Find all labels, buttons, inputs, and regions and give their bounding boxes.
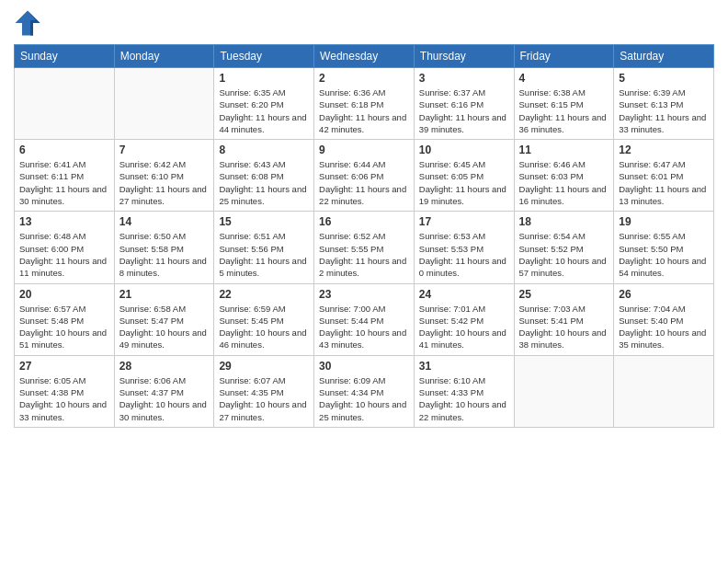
day-info: Sunrise: 6:36 AMSunset: 6:18 PMDaylight:… (319, 86, 409, 135)
calendar-cell (514, 355, 614, 427)
calendar-week-5: 27Sunrise: 6:05 AMSunset: 4:38 PMDayligh… (15, 355, 714, 427)
day-number: 26 (619, 288, 709, 301)
day-info: Sunrise: 7:04 AMSunset: 5:40 PMDaylight:… (619, 303, 709, 351)
calendar-cell (15, 68, 115, 140)
day-info: Sunrise: 6:39 AMSunset: 6:13 PMDaylight:… (619, 86, 709, 135)
day-info: Sunrise: 7:03 AMSunset: 5:41 PMDaylight:… (519, 303, 609, 351)
day-info: Sunrise: 6:10 AMSunset: 4:33 PMDaylight:… (419, 374, 509, 423)
day-number: 3 (419, 72, 509, 85)
calendar-week-2: 6Sunrise: 6:41 AMSunset: 6:11 PMDaylight… (15, 140, 714, 212)
calendar-cell: 11Sunrise: 6:46 AMSunset: 6:03 PMDayligh… (514, 140, 614, 212)
calendar-header-saturday: Saturday (614, 45, 714, 68)
day-info: Sunrise: 6:09 AMSunset: 4:34 PMDaylight:… (319, 374, 409, 423)
calendar-cell: 27Sunrise: 6:05 AMSunset: 4:38 PMDayligh… (15, 355, 115, 427)
day-number: 12 (619, 144, 709, 156)
day-info: Sunrise: 7:01 AMSunset: 5:42 PMDaylight:… (419, 303, 509, 351)
day-info: Sunrise: 6:48 AMSunset: 6:00 PMDaylight:… (19, 230, 109, 279)
logo-area (14, 9, 45, 37)
day-number: 2 (319, 72, 409, 85)
day-info: Sunrise: 6:51 AMSunset: 5:56 PMDaylight:… (219, 230, 309, 279)
day-number: 23 (319, 288, 409, 301)
calendar-cell (114, 68, 214, 140)
day-info: Sunrise: 6:37 AMSunset: 6:16 PMDaylight:… (419, 86, 509, 135)
day-info: Sunrise: 6:35 AMSunset: 6:20 PMDaylight:… (219, 86, 309, 135)
header (14, 9, 714, 37)
calendar-cell: 18Sunrise: 6:54 AMSunset: 5:52 PMDayligh… (514, 212, 614, 283)
calendar-header-wednesday: Wednesday (314, 45, 415, 68)
day-info: Sunrise: 6:46 AMSunset: 6:03 PMDaylight:… (519, 158, 609, 207)
logo-icon (14, 9, 41, 37)
day-number: 10 (419, 144, 509, 156)
day-number: 30 (319, 360, 409, 373)
day-info: Sunrise: 6:50 AMSunset: 5:58 PMDaylight:… (119, 230, 210, 279)
day-info: Sunrise: 7:00 AMSunset: 5:44 PMDaylight:… (319, 303, 409, 351)
calendar-cell: 29Sunrise: 6:07 AMSunset: 4:35 PMDayligh… (214, 355, 314, 427)
day-info: Sunrise: 6:55 AMSunset: 5:50 PMDaylight:… (619, 230, 709, 279)
calendar-cell: 20Sunrise: 6:57 AMSunset: 5:48 PMDayligh… (15, 283, 115, 355)
day-number: 8 (219, 144, 309, 156)
day-info: Sunrise: 6:59 AMSunset: 5:45 PMDaylight:… (219, 303, 309, 351)
calendar-cell: 21Sunrise: 6:58 AMSunset: 5:47 PMDayligh… (114, 283, 214, 355)
calendar-header-monday: Monday (114, 45, 214, 68)
day-info: Sunrise: 6:42 AMSunset: 6:10 PMDaylight:… (119, 158, 210, 207)
calendar-cell: 10Sunrise: 6:45 AMSunset: 6:05 PMDayligh… (414, 140, 514, 212)
calendar-header-tuesday: Tuesday (214, 45, 314, 68)
calendar-cell: 1Sunrise: 6:35 AMSunset: 6:20 PMDaylight… (214, 68, 314, 140)
calendar-cell: 8Sunrise: 6:43 AMSunset: 6:08 PMDaylight… (214, 140, 314, 212)
day-number: 27 (19, 360, 109, 373)
calendar-cell: 16Sunrise: 6:52 AMSunset: 5:55 PMDayligh… (314, 212, 415, 283)
calendar-header-row: SundayMondayTuesdayWednesdayThursdayFrid… (15, 45, 714, 68)
day-number: 22 (219, 288, 309, 301)
day-number: 18 (519, 215, 609, 228)
calendar-cell: 17Sunrise: 6:53 AMSunset: 5:53 PMDayligh… (414, 212, 514, 283)
day-number: 16 (319, 215, 409, 228)
calendar-cell: 24Sunrise: 7:01 AMSunset: 5:42 PMDayligh… (414, 283, 514, 355)
day-info: Sunrise: 6:41 AMSunset: 6:11 PMDaylight:… (19, 158, 109, 207)
page: SundayMondayTuesdayWednesdayThursdayFrid… (0, 0, 728, 563)
day-number: 13 (19, 215, 109, 228)
day-number: 20 (19, 288, 109, 301)
day-info: Sunrise: 6:54 AMSunset: 5:52 PMDaylight:… (519, 230, 609, 279)
day-number: 5 (619, 72, 709, 85)
day-info: Sunrise: 6:06 AMSunset: 4:37 PMDaylight:… (119, 374, 210, 423)
day-number: 11 (519, 144, 609, 156)
calendar-cell: 19Sunrise: 6:55 AMSunset: 5:50 PMDayligh… (614, 212, 714, 283)
calendar-cell: 7Sunrise: 6:42 AMSunset: 6:10 PMDaylight… (114, 140, 214, 212)
day-number: 25 (519, 288, 609, 301)
day-number: 24 (419, 288, 509, 301)
day-info: Sunrise: 6:53 AMSunset: 5:53 PMDaylight:… (419, 230, 509, 279)
day-number: 28 (119, 360, 210, 373)
calendar-cell: 3Sunrise: 6:37 AMSunset: 6:16 PMDaylight… (414, 68, 514, 140)
day-number: 29 (219, 360, 309, 373)
calendar-table: SundayMondayTuesdayWednesdayThursdayFrid… (14, 44, 714, 428)
calendar-cell: 28Sunrise: 6:06 AMSunset: 4:37 PMDayligh… (114, 355, 214, 427)
day-info: Sunrise: 6:43 AMSunset: 6:08 PMDaylight:… (219, 158, 309, 207)
day-number: 4 (519, 72, 609, 85)
calendar-cell: 13Sunrise: 6:48 AMSunset: 6:00 PMDayligh… (15, 212, 115, 283)
day-number: 31 (419, 360, 509, 373)
day-info: Sunrise: 6:38 AMSunset: 6:15 PMDaylight:… (519, 86, 609, 135)
day-number: 7 (119, 144, 210, 156)
day-number: 17 (419, 215, 509, 228)
calendar-header-friday: Friday (514, 45, 614, 68)
day-info: Sunrise: 6:05 AMSunset: 4:38 PMDaylight:… (19, 374, 109, 423)
day-number: 9 (319, 144, 409, 156)
day-number: 19 (619, 215, 709, 228)
day-info: Sunrise: 6:47 AMSunset: 6:01 PMDaylight:… (619, 158, 709, 207)
calendar-cell: 22Sunrise: 6:59 AMSunset: 5:45 PMDayligh… (214, 283, 314, 355)
calendar-header-sunday: Sunday (15, 45, 115, 68)
day-number: 6 (19, 144, 109, 156)
calendar-cell: 5Sunrise: 6:39 AMSunset: 6:13 PMDaylight… (614, 68, 714, 140)
calendar-header-thursday: Thursday (414, 45, 514, 68)
calendar-cell: 25Sunrise: 7:03 AMSunset: 5:41 PMDayligh… (514, 283, 614, 355)
calendar-cell: 30Sunrise: 6:09 AMSunset: 4:34 PMDayligh… (314, 355, 415, 427)
day-number: 15 (219, 215, 309, 228)
day-info: Sunrise: 6:58 AMSunset: 5:47 PMDaylight:… (119, 303, 210, 351)
day-number: 14 (119, 215, 210, 228)
calendar-cell: 12Sunrise: 6:47 AMSunset: 6:01 PMDayligh… (614, 140, 714, 212)
calendar-cell: 4Sunrise: 6:38 AMSunset: 6:15 PMDaylight… (514, 68, 614, 140)
calendar-cell: 2Sunrise: 6:36 AMSunset: 6:18 PMDaylight… (314, 68, 415, 140)
calendar-week-1: 1Sunrise: 6:35 AMSunset: 6:20 PMDaylight… (15, 68, 714, 140)
calendar-cell: 6Sunrise: 6:41 AMSunset: 6:11 PMDaylight… (15, 140, 115, 212)
calendar-week-3: 13Sunrise: 6:48 AMSunset: 6:00 PMDayligh… (15, 212, 714, 283)
